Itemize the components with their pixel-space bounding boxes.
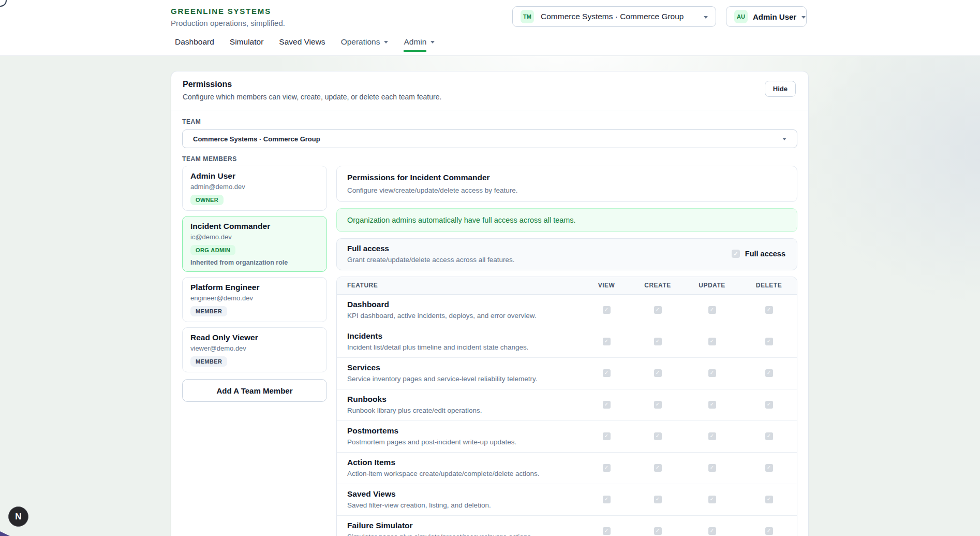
member-email: admin@demo.dev <box>190 183 319 191</box>
member-permissions-detail: Permissions for Incident Commander Confi… <box>336 166 797 536</box>
member-name: Read Only Viewer <box>190 333 319 342</box>
dev-corner-triangle <box>0 531 10 536</box>
member-name: Platform Engineer <box>190 283 319 292</box>
create-checkbox[interactable]: ✓ <box>654 401 662 409</box>
chevron-down-icon <box>384 41 388 44</box>
delete-checkbox[interactable]: ✓ <box>765 369 773 377</box>
feature-name: Runbooks <box>347 395 581 404</box>
view-checkbox[interactable]: ✓ <box>603 369 611 377</box>
add-team-member-button[interactable]: Add A Team Member <box>182 379 327 402</box>
view-checkbox[interactable]: ✓ <box>603 401 611 409</box>
member-role-badge: ORG ADMIN <box>190 245 235 255</box>
view-checkbox[interactable]: ✓ <box>603 527 611 535</box>
delete-checkbox[interactable]: ✓ <box>765 464 773 472</box>
update-checkbox[interactable]: ✓ <box>708 527 716 535</box>
team-select[interactable]: Commerce Systems · Commerce Group <box>182 129 797 148</box>
org-admin-notice: Organization admins automatically have f… <box>336 208 797 232</box>
update-checkbox[interactable]: ✓ <box>708 338 716 345</box>
delete-checkbox[interactable]: ✓ <box>765 432 773 440</box>
create-checkbox[interactable]: ✓ <box>654 338 662 345</box>
user-menu-label: Admin User <box>753 12 796 21</box>
update-checkbox[interactable]: ✓ <box>708 496 716 503</box>
panel-body: TEAM Commerce Systems · Commerce Group T… <box>171 110 808 536</box>
full-access-checkbox[interactable]: ✓ <box>732 250 740 258</box>
update-checkbox[interactable]: ✓ <box>708 401 716 409</box>
team-select-value: Commerce Systems · Commerce Group <box>193 135 320 143</box>
feature-description: Incident list/detail plus timeline and i… <box>347 343 581 351</box>
create-checkbox[interactable]: ✓ <box>654 432 662 440</box>
permissions-table-row: Failure Simulator Simulator pages plus s… <box>337 516 797 536</box>
nav-item-saved-views[interactable]: Saved Views <box>279 37 325 52</box>
team-member-card[interactable]: Platform Engineer engineer@demo.dev MEMB… <box>182 277 327 322</box>
feature-name: Services <box>347 363 581 372</box>
member-email: viewer@demo.dev <box>190 344 319 352</box>
panel-title: Permissions <box>183 80 441 89</box>
permissions-table-row: Incidents Incident list/detail plus time… <box>337 326 797 358</box>
panel-subtitle: Configure which members can view, create… <box>183 93 441 101</box>
chevron-down-icon <box>801 16 806 19</box>
feature-name: Postmortems <box>347 426 581 436</box>
update-checkbox[interactable]: ✓ <box>708 432 716 440</box>
team-member-card[interactable]: Incident Commander ic@demo.dev ORG ADMIN… <box>182 216 327 272</box>
member-email: engineer@demo.dev <box>190 294 319 302</box>
team-avatar: TM <box>521 10 534 23</box>
delete-checkbox[interactable]: ✓ <box>765 338 773 345</box>
delete-checkbox[interactable]: ✓ <box>765 527 773 535</box>
member-name: Admin User <box>190 171 319 181</box>
update-checkbox[interactable]: ✓ <box>708 369 716 377</box>
column-header-create: CREATE <box>632 282 683 289</box>
view-checkbox[interactable]: ✓ <box>603 496 611 503</box>
member-name: Incident Commander <box>190 222 319 231</box>
team-member-card[interactable]: Read Only Viewer viewer@demo.dev MEMBER <box>182 327 327 372</box>
permissions-table-row: Services Service inventory pages and ser… <box>337 358 797 389</box>
full-access-card: Full access Grant create/update/delete a… <box>336 238 797 270</box>
app-header: GREENLINE SYSTEMS Production operations,… <box>0 0 980 56</box>
main-nav: Dashboard Simulator Saved Views Operatio… <box>175 37 435 52</box>
permissions-table-row: Action Items Action-item workspace creat… <box>337 453 797 484</box>
member-role-badge: OWNER <box>190 195 224 205</box>
permissions-table-row: Saved Views Saved filter-view creation, … <box>337 484 797 516</box>
panel-columns: Admin User admin@demo.dev OWNER Incident… <box>182 166 797 536</box>
team-switcher-label: Commerce Systems · Commerce Group <box>541 12 684 21</box>
feature-name: Incidents <box>347 331 581 341</box>
detail-subtitle: Configure view/create/update/delete acce… <box>347 186 786 194</box>
create-checkbox[interactable]: ✓ <box>654 527 662 535</box>
member-role-badge: MEMBER <box>190 306 227 316</box>
update-checkbox[interactable]: ✓ <box>708 464 716 472</box>
member-note: Inherited from organization role <box>190 259 319 266</box>
nextjs-dev-button[interactable]: N <box>8 506 28 527</box>
panel-header: Permissions Configure which members can … <box>171 71 808 110</box>
team-switcher-button[interactable]: TM Commerce Systems · Commerce Group <box>512 6 716 27</box>
view-checkbox[interactable]: ✓ <box>603 338 611 345</box>
team-members-list: Admin User admin@demo.dev OWNER Incident… <box>182 166 327 402</box>
nav-item-dashboard[interactable]: Dashboard <box>175 37 214 52</box>
nav-item-simulator[interactable]: Simulator <box>230 37 263 52</box>
detail-title: Permissions for Incident Commander <box>347 173 786 182</box>
create-checkbox[interactable]: ✓ <box>654 464 662 472</box>
nav-item-admin[interactable]: Admin <box>404 37 435 52</box>
update-checkbox[interactable]: ✓ <box>708 306 716 314</box>
member-email: ic@demo.dev <box>190 233 319 241</box>
chevron-down-icon <box>782 138 786 140</box>
brand: GREENLINE SYSTEMS Production operations,… <box>171 7 285 27</box>
feature-name: Saved Views <box>347 489 581 499</box>
user-avatar: AU <box>734 10 748 23</box>
brand-tagline: Production operations, simplified. <box>171 19 285 27</box>
chevron-down-icon <box>430 41 435 44</box>
nav-item-operations[interactable]: Operations <box>341 37 389 52</box>
create-checkbox[interactable]: ✓ <box>654 306 662 314</box>
chevron-down-icon <box>704 16 708 19</box>
member-role-badge: MEMBER <box>190 356 227 367</box>
user-menu-button[interactable]: AU Admin User <box>726 6 807 27</box>
delete-checkbox[interactable]: ✓ <box>765 306 773 314</box>
permissions-table: FEATURE VIEW CREATE UPDATE DELETE Dashbo… <box>336 277 797 536</box>
delete-checkbox[interactable]: ✓ <box>765 401 773 409</box>
hide-button[interactable]: Hide <box>765 81 796 97</box>
view-checkbox[interactable]: ✓ <box>603 464 611 472</box>
create-checkbox[interactable]: ✓ <box>654 496 662 503</box>
view-checkbox[interactable]: ✓ <box>603 306 611 314</box>
view-checkbox[interactable]: ✓ <box>603 432 611 440</box>
delete-checkbox[interactable]: ✓ <box>765 496 773 503</box>
create-checkbox[interactable]: ✓ <box>654 369 662 377</box>
team-member-card[interactable]: Admin User admin@demo.dev OWNER <box>182 166 327 211</box>
